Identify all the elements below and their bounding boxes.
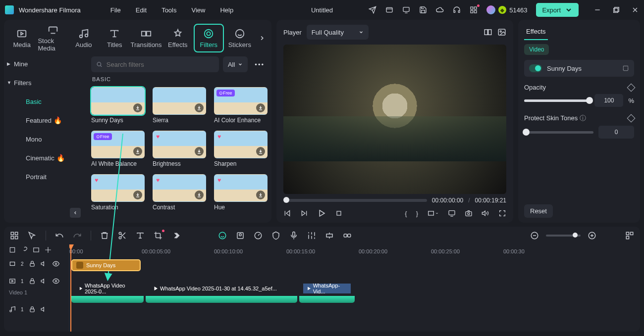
search-input[interactable] bbox=[107, 61, 214, 68]
mark-out-icon[interactable]: } bbox=[416, 210, 418, 217]
cursor-icon[interactable] bbox=[28, 231, 37, 240]
download-icon[interactable] bbox=[195, 147, 204, 156]
undo-icon[interactable] bbox=[55, 231, 64, 240]
picture-icon[interactable] bbox=[497, 28, 506, 37]
filter-thumb[interactable]: ♥Saturation bbox=[91, 174, 145, 211]
filter-thumb[interactable]: ♥Hue bbox=[214, 174, 268, 211]
keyframe-tool-icon[interactable] bbox=[325, 231, 334, 240]
track-icon-1[interactable] bbox=[9, 246, 16, 253]
download-icon[interactable] bbox=[256, 147, 265, 156]
zoom-in-icon[interactable] bbox=[588, 231, 596, 240]
download-icon[interactable] bbox=[256, 103, 265, 112]
fullscreen-icon[interactable] bbox=[498, 209, 506, 217]
zoom-out-icon[interactable] bbox=[530, 231, 539, 240]
speed-icon[interactable] bbox=[254, 231, 263, 240]
timeline-tracks[interactable]: 00:0000:00:05:0000:00:10:0000:00:15:0000… bbox=[69, 244, 640, 332]
tab-audio[interactable]: Audio bbox=[69, 24, 99, 52]
keyframe-icon[interactable] bbox=[627, 114, 636, 123]
aspect-icon[interactable] bbox=[427, 209, 439, 217]
delete-icon[interactable] bbox=[100, 231, 109, 240]
download-icon[interactable] bbox=[133, 103, 142, 112]
video-chip[interactable]: Video bbox=[524, 44, 549, 55]
sidebar-item-portrait[interactable]: Portrait bbox=[4, 167, 84, 186]
stop-icon[interactable] bbox=[335, 209, 343, 217]
filter-all-dropdown[interactable]: All bbox=[223, 56, 248, 72]
sidebar-item-cinematic[interactable]: Cinematic🔥 bbox=[4, 148, 84, 167]
video-preview[interactable] bbox=[283, 45, 506, 194]
download-icon[interactable] bbox=[195, 191, 204, 199]
track-settings-icon[interactable] bbox=[625, 231, 634, 240]
filter-clip[interactable]: Sunny Days bbox=[71, 259, 141, 271]
tab-transitions[interactable]: Transitions bbox=[131, 24, 162, 52]
support-icon[interactable] bbox=[453, 6, 461, 14]
lock-icon[interactable] bbox=[29, 260, 36, 267]
video-clip[interactable]: WhatsApp Video 2025-01-30 at 14.45.32_a5… bbox=[146, 274, 297, 303]
opacity-value[interactable]: 100 bbox=[594, 94, 623, 107]
download-icon[interactable] bbox=[133, 191, 142, 199]
download-icon[interactable] bbox=[195, 103, 204, 112]
effects-store-icon[interactable] bbox=[385, 6, 393, 14]
menu-help[interactable]: Help bbox=[220, 6, 233, 14]
menu-view[interactable]: View bbox=[191, 6, 205, 14]
more-options-icon[interactable]: ••• bbox=[252, 61, 268, 68]
track-icon-2[interactable] bbox=[21, 246, 28, 253]
maximize-button[interactable] bbox=[612, 6, 620, 14]
tab-filters[interactable]: Filters bbox=[194, 24, 224, 52]
menu-edit[interactable]: Edit bbox=[136, 6, 147, 14]
play-icon[interactable] bbox=[317, 209, 326, 218]
export-button[interactable]: Export bbox=[536, 3, 579, 17]
mic-icon[interactable] bbox=[289, 231, 298, 240]
tabs-more-icon[interactable] bbox=[256, 35, 268, 42]
menu-file[interactable]: File bbox=[110, 6, 121, 14]
timeline-ruler[interactable]: 00:0000:00:05:0000:00:10:0000:00:15:0000… bbox=[69, 244, 640, 258]
snapshot-icon[interactable] bbox=[465, 209, 473, 217]
lock-icon[interactable] bbox=[29, 306, 36, 313]
sidebar-item-filters[interactable]: ▼Filters bbox=[4, 73, 84, 92]
video-clip[interactable]: WhatsApp-Vid... bbox=[299, 274, 355, 303]
audio-mix-icon[interactable] bbox=[307, 231, 316, 240]
filter-thumb[interactable]: Sierra bbox=[153, 87, 206, 124]
expand-icon[interactable] bbox=[622, 65, 629, 72]
minimize-button[interactable] bbox=[593, 6, 601, 14]
sidebar-item-featured[interactable]: Featured🔥 bbox=[4, 111, 84, 130]
protect-value[interactable]: 0 bbox=[598, 126, 634, 139]
track-header-video[interactable]: 1 Video 1 bbox=[4, 272, 69, 301]
track-icon-4[interactable] bbox=[45, 246, 52, 253]
protect-slider[interactable] bbox=[524, 131, 593, 134]
sidebar-collapse-button[interactable] bbox=[70, 208, 81, 218]
tab-titles[interactable]: Titles bbox=[100, 24, 129, 52]
cloud-icon[interactable] bbox=[436, 6, 444, 14]
display-icon[interactable] bbox=[448, 209, 456, 217]
track-header-audio[interactable]: 1 bbox=[4, 301, 69, 318]
ai-portrait-icon[interactable] bbox=[236, 231, 245, 240]
seek-bar[interactable] bbox=[283, 199, 427, 202]
close-button[interactable] bbox=[631, 6, 639, 14]
reset-button[interactable]: Reset bbox=[524, 204, 553, 218]
filter-toggle[interactable] bbox=[529, 64, 542, 72]
download-icon[interactable] bbox=[256, 191, 265, 199]
link-icon[interactable] bbox=[343, 231, 352, 240]
prev-frame-icon[interactable] bbox=[283, 209, 291, 217]
effects-tab[interactable]: Effects bbox=[524, 24, 548, 40]
lock-icon[interactable] bbox=[29, 278, 36, 285]
sidebar-item-basic[interactable]: Basic bbox=[4, 92, 84, 111]
zoom-slider[interactable] bbox=[546, 235, 581, 237]
mute-icon[interactable] bbox=[41, 278, 48, 285]
download-icon[interactable] bbox=[133, 147, 142, 156]
crop-icon[interactable] bbox=[154, 231, 162, 240]
keyframe-icon[interactable] bbox=[627, 83, 636, 92]
play-backward-icon[interactable] bbox=[300, 209, 308, 217]
layout-grid-icon[interactable] bbox=[10, 231, 19, 240]
filter-thumb[interactable]: ⊙FreeAI Color Enhance bbox=[214, 87, 268, 124]
visibility-icon[interactable] bbox=[53, 278, 59, 285]
mute-icon[interactable] bbox=[41, 260, 48, 267]
tab-effects[interactable]: Effects bbox=[163, 24, 193, 52]
grid-icon[interactable] bbox=[470, 6, 478, 14]
tab-stickers[interactable]: Stickers bbox=[225, 24, 255, 52]
sidebar-item-mono[interactable]: Mono bbox=[4, 130, 84, 148]
compare-view-icon[interactable] bbox=[483, 28, 492, 37]
menu-tools[interactable]: Tools bbox=[161, 6, 176, 14]
filter-thumb[interactable]: Sunny Days bbox=[91, 87, 145, 124]
track-header-fx[interactable]: 2 bbox=[4, 255, 69, 272]
account-credits[interactable]: ◆ 51463 bbox=[486, 5, 527, 14]
